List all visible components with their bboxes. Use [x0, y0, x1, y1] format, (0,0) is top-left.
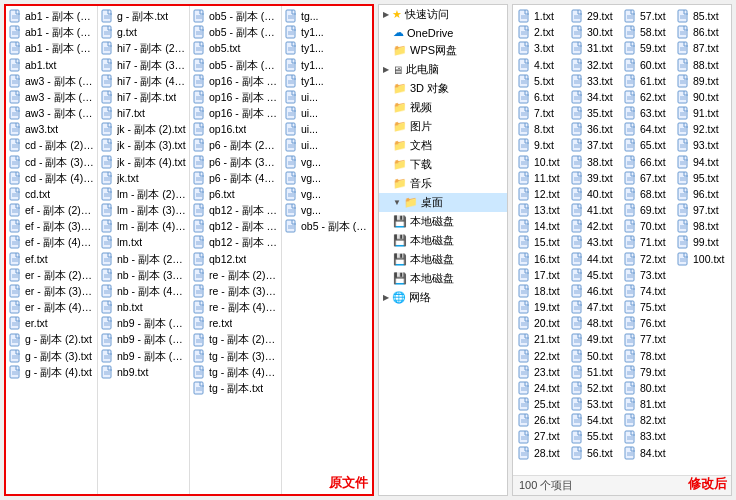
- num-file-item[interactable]: 70.txt: [622, 218, 672, 234]
- num-file-item[interactable]: 18.txt: [516, 283, 566, 299]
- file-item[interactable]: g - 副本 (3).txt: [7, 348, 96, 364]
- file-item[interactable]: lm - 副本 (4).txt: [99, 218, 188, 234]
- file-item[interactable]: p6.txt: [191, 186, 280, 202]
- file-item[interactable]: jk.txt: [99, 170, 188, 186]
- num-file-item[interactable]: 87.txt: [675, 40, 725, 56]
- file-item[interactable]: ui...: [283, 137, 373, 153]
- file-item[interactable]: er - 副本 (3).txt: [7, 283, 96, 299]
- nav-item-3D-对象[interactable]: 📁3D 对象: [379, 79, 507, 98]
- num-file-item[interactable]: 68.txt: [622, 186, 672, 202]
- num-file-item[interactable]: 25.txt: [516, 396, 566, 412]
- file-item[interactable]: nb9 - 副本 (4).txt: [99, 348, 188, 364]
- file-item[interactable]: re - 副本 (4).txt: [191, 299, 280, 315]
- file-item[interactable]: hi7 - 副本 (4).txt: [99, 73, 188, 89]
- file-item[interactable]: p6 - 副本 (2).txt: [191, 137, 280, 153]
- num-file-item[interactable]: 73.txt: [622, 267, 672, 283]
- file-item[interactable]: tg - 副本.txt: [191, 380, 280, 396]
- file-item[interactable]: qb12 - 副本 (4).txt: [191, 234, 280, 250]
- num-file-item[interactable]: 62.txt: [622, 89, 672, 105]
- num-file-item[interactable]: 83.txt: [622, 428, 672, 444]
- nav-item-WPS网盘[interactable]: 📁WPS网盘: [379, 41, 507, 60]
- num-file-item[interactable]: 42.txt: [569, 218, 619, 234]
- file-item[interactable]: tg...: [283, 8, 373, 24]
- file-item[interactable]: op16 - 副本 (4).txt: [191, 105, 280, 121]
- file-item[interactable]: g - 副本 (2).txt: [7, 331, 96, 347]
- num-file-item[interactable]: 52.txt: [569, 380, 619, 396]
- num-file-item[interactable]: 43.txt: [569, 234, 619, 250]
- file-item[interactable]: jk - 副本 (4).txt: [99, 154, 188, 170]
- num-file-item[interactable]: 3.txt: [516, 40, 566, 56]
- file-item[interactable]: cd - 副本 (4).txt: [7, 170, 96, 186]
- num-file-item[interactable]: 89.txt: [675, 73, 725, 89]
- file-item[interactable]: qb12.txt: [191, 251, 280, 267]
- num-file-item[interactable]: 4.txt: [516, 57, 566, 73]
- num-file-item[interactable]: 27.txt: [516, 428, 566, 444]
- file-item[interactable]: aw3.txt: [7, 121, 96, 137]
- file-item[interactable]: tg - 副本 (2).txt: [191, 331, 280, 347]
- file-item[interactable]: ui...: [283, 121, 373, 137]
- num-file-item[interactable]: 10.txt: [516, 154, 566, 170]
- num-file-item[interactable]: 36.txt: [569, 121, 619, 137]
- num-file-item[interactable]: 58.txt: [622, 24, 672, 40]
- num-file-item[interactable]: 97.txt: [675, 202, 725, 218]
- num-file-item[interactable]: 100.txt: [675, 251, 725, 267]
- num-file-item[interactable]: 39.txt: [569, 170, 619, 186]
- num-file-item[interactable]: 17.txt: [516, 267, 566, 283]
- num-file-item[interactable]: 78.txt: [622, 348, 672, 364]
- num-file-item[interactable]: 77.txt: [622, 331, 672, 347]
- file-item[interactable]: nb.txt: [99, 299, 188, 315]
- num-file-item[interactable]: 72.txt: [622, 251, 672, 267]
- file-item[interactable]: qb12 - 副本 (2).txt: [191, 202, 280, 218]
- num-file-item[interactable]: 32.txt: [569, 57, 619, 73]
- num-file-item[interactable]: 86.txt: [675, 24, 725, 40]
- nav-item-本地磁盘[interactable]: 💾本地磁盘: [379, 212, 507, 231]
- file-item[interactable]: ef - 副本 (3).txt: [7, 218, 96, 234]
- num-file-item[interactable]: 65.txt: [622, 137, 672, 153]
- num-file-item[interactable]: 85.txt: [675, 8, 725, 24]
- num-file-item[interactable]: 64.txt: [622, 121, 672, 137]
- file-item[interactable]: ab1.txt: [7, 57, 96, 73]
- num-file-item[interactable]: 47.txt: [569, 299, 619, 315]
- file-item[interactable]: re - 副本 (3).txt: [191, 283, 280, 299]
- file-item[interactable]: nb - 副本 (2).txt: [99, 251, 188, 267]
- num-file-item[interactable]: 95.txt: [675, 170, 725, 186]
- num-file-item[interactable]: 91.txt: [675, 105, 725, 121]
- num-file-item[interactable]: 16.txt: [516, 251, 566, 267]
- num-file-item[interactable]: 57.txt: [622, 8, 672, 24]
- file-item[interactable]: ty1...: [283, 73, 373, 89]
- nav-item-视频[interactable]: 📁视频: [379, 98, 507, 117]
- num-file-item[interactable]: 76.txt: [622, 315, 672, 331]
- file-item[interactable]: ty1...: [283, 57, 373, 73]
- num-file-item[interactable]: 69.txt: [622, 202, 672, 218]
- num-file-item[interactable]: 22.txt: [516, 348, 566, 364]
- file-item[interactable]: g.txt: [99, 24, 188, 40]
- nav-item-本地磁盘[interactable]: 💾本地磁盘: [379, 231, 507, 250]
- file-item[interactable]: ui...: [283, 89, 373, 105]
- nav-item-本地磁盘[interactable]: 💾本地磁盘: [379, 269, 507, 288]
- file-item[interactable]: ui...: [283, 105, 373, 121]
- num-file-item[interactable]: 88.txt: [675, 57, 725, 73]
- num-file-item[interactable]: 80.txt: [622, 380, 672, 396]
- num-file-item[interactable]: 66.txt: [622, 154, 672, 170]
- num-file-item[interactable]: 75.txt: [622, 299, 672, 315]
- file-item[interactable]: tg - 副本 (4).txt: [191, 364, 280, 380]
- file-item[interactable]: ty1...: [283, 40, 373, 56]
- file-item[interactable]: er.txt: [7, 315, 96, 331]
- num-file-item[interactable]: 92.txt: [675, 121, 725, 137]
- nav-item-此电脑[interactable]: ▶🖥此电脑: [379, 60, 507, 79]
- nav-item-快速访问[interactable]: ▶★快速访问: [379, 5, 507, 24]
- nav-item-音乐[interactable]: 📁音乐: [379, 174, 507, 193]
- file-item[interactable]: ty1...: [283, 24, 373, 40]
- num-file-item[interactable]: 38.txt: [569, 154, 619, 170]
- num-file-item[interactable]: 54.txt: [569, 412, 619, 428]
- file-item[interactable]: jk - 副本 (3).txt: [99, 137, 188, 153]
- num-file-item[interactable]: 33.txt: [569, 73, 619, 89]
- num-file-item[interactable]: 82.txt: [622, 412, 672, 428]
- file-item[interactable]: ef - 副本 (2).txt: [7, 202, 96, 218]
- num-file-item[interactable]: 81.txt: [622, 396, 672, 412]
- file-item[interactable]: p6 - 副本 (3).txt: [191, 154, 280, 170]
- num-file-item[interactable]: 51.txt: [569, 364, 619, 380]
- num-file-item[interactable]: 90.txt: [675, 89, 725, 105]
- file-item[interactable]: nb - 副本 (3).txt: [99, 267, 188, 283]
- num-file-item[interactable]: 29.txt: [569, 8, 619, 24]
